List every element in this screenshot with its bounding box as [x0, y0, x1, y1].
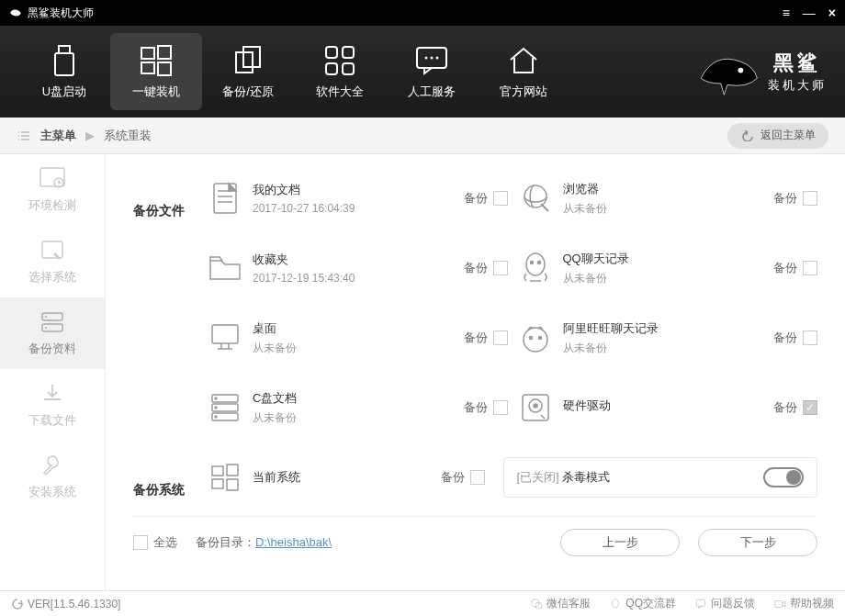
checkbox[interactable]: [470, 470, 485, 485]
svg-rect-29: [212, 325, 238, 343]
brand-logo: 黑鲨 装机大师: [694, 44, 827, 99]
sidebar-item-install[interactable]: 安装系统: [0, 441, 105, 512]
svg-point-31: [529, 337, 532, 340]
prev-button[interactable]: 上一步: [560, 529, 680, 556]
statusbar: VER[11.5.46.1330] 微信客服 QQ交流群 问题反馈 帮助视频: [0, 590, 845, 616]
svg-rect-8: [326, 47, 337, 58]
refresh-icon[interactable]: [11, 598, 24, 610]
sidebar-label: 备份资料: [28, 341, 76, 357]
breadcrumb-bar: 主菜单 ▶ 系统重装 返回主菜单: [0, 118, 845, 154]
back-button[interactable]: 返回主菜单: [727, 123, 828, 149]
kill-mode-toggle[interactable]: [763, 467, 804, 487]
crumb-main[interactable]: 主菜单: [40, 128, 76, 144]
sidebar-item-download[interactable]: 下载文件: [0, 369, 105, 441]
sidebar-item-select[interactable]: 选择系统: [0, 226, 105, 297]
status-qq[interactable]: QQ交流群: [609, 596, 676, 611]
item-sub: 从未备份: [253, 341, 434, 356]
status-feedback[interactable]: 问题反馈: [694, 596, 755, 611]
backup-label: 备份: [773, 399, 797, 416]
topnav-label: 备份/还原: [222, 84, 274, 100]
checkbox[interactable]: [803, 330, 817, 345]
status-wechat[interactable]: 微信客服: [530, 596, 591, 611]
svg-rect-2: [141, 48, 154, 59]
windows-icon: [197, 459, 253, 496]
svg-point-14: [431, 57, 434, 60]
folder-icon: [197, 250, 253, 286]
svg-rect-3: [158, 46, 171, 59]
main: 环境检测 选择系统 备份资料 下载文件 安装系统 备份文件 我的文档2017-: [0, 154, 845, 590]
svg-point-26: [526, 253, 545, 275]
copy-icon: [232, 43, 264, 78]
backup-label: 备份: [464, 190, 488, 207]
content: 备份文件 我的文档2017-10-27 16:04:39 备份 浏览器从未备份 …: [106, 154, 845, 590]
sidebar: 环境检测 选择系统 备份资料 下载文件 安装系统: [0, 154, 106, 590]
item-sub: 2017-12-19 15:43:40: [253, 272, 434, 285]
desktop-icon: [197, 319, 253, 356]
back-label: 返回主菜单: [760, 128, 816, 143]
svg-rect-0: [59, 46, 70, 53]
topnav-label: U盘启动: [42, 84, 86, 100]
topnav-reinstall[interactable]: 一键装机: [110, 33, 202, 110]
list-icon: [17, 129, 31, 142]
svg-point-13: [425, 57, 428, 60]
topnav-software[interactable]: 软件大全: [294, 33, 386, 110]
crumb-sub: 系统重装: [104, 128, 152, 144]
brand-big: 黑鲨: [773, 50, 821, 77]
sidebar-item-env[interactable]: 环境检测: [0, 154, 105, 226]
svg-point-22: [45, 316, 47, 318]
bottom-row: 全选 备份目录：D:\heisha\bak\ 上一步 下一步: [133, 516, 817, 567]
kill-mode-status: [已关闭]: [517, 470, 559, 484]
back-arrow-icon: [740, 130, 755, 141]
checkbox[interactable]: [803, 400, 817, 415]
item-sub: 从未备份: [563, 341, 745, 356]
svg-rect-11: [343, 63, 354, 74]
svg-rect-43: [227, 465, 238, 476]
server-icon: [197, 389, 253, 426]
sidebar-item-backup[interactable]: 备份资料: [0, 297, 105, 369]
item-name: 硬件驱动: [563, 398, 745, 414]
item-name: 我的文档: [253, 182, 434, 198]
item-name: C盘文档: [253, 390, 434, 407]
checkbox[interactable]: [493, 191, 508, 206]
next-button[interactable]: 下一步: [698, 529, 817, 556]
topnav-label: 官方网站: [500, 84, 547, 100]
checkbox[interactable]: [803, 191, 817, 206]
minimize-icon[interactable]: —: [803, 6, 816, 20]
close-icon[interactable]: ×: [828, 6, 836, 20]
backup-label: 备份: [464, 330, 488, 346]
chevron-right-icon: ▶: [85, 129, 95, 142]
topnav-backup[interactable]: 备份/还原: [202, 33, 294, 110]
sidebar-label: 环境检测: [28, 197, 76, 214]
topnav-website[interactable]: 官方网站: [478, 33, 569, 110]
item-name: QQ聊天记录: [563, 251, 745, 267]
checkbox[interactable]: [493, 330, 508, 345]
checkbox[interactable]: [493, 261, 508, 275]
download-icon: [39, 381, 66, 407]
shark-icon: [694, 44, 760, 99]
checkbox[interactable]: [803, 261, 817, 275]
select-all-checkbox[interactable]: [133, 535, 148, 550]
svg-rect-4: [141, 62, 154, 73]
svg-rect-44: [212, 479, 223, 488]
svg-point-38: [215, 416, 217, 418]
document-icon: [197, 180, 253, 217]
svg-point-25: [524, 185, 546, 207]
item-name: 桌面: [253, 320, 434, 337]
checkbox[interactable]: [493, 400, 508, 415]
menu-icon[interactable]: ≡: [783, 6, 790, 20]
qq-icon: [508, 250, 563, 286]
topnav: U盘启动 一键装机 备份/还原 软件大全 人工服务 官方网站 黑鲨 装机大: [0, 26, 845, 118]
status-help[interactable]: 帮助视频: [773, 596, 834, 611]
wangwang-icon: [508, 319, 563, 356]
topnav-service[interactable]: 人工服务: [386, 33, 478, 110]
backup-dir: 备份目录：D:\heisha\bak\: [196, 534, 542, 551]
home-icon: [507, 43, 540, 78]
topnav-label: 一键装机: [132, 84, 180, 100]
titlebar-title: 黑鲨装机大师: [9, 6, 94, 21]
svg-rect-1: [55, 53, 73, 75]
backup-dir-link[interactable]: D:\heisha\bak\: [255, 535, 332, 549]
svg-point-37: [215, 407, 217, 409]
env-check-icon: [39, 166, 66, 192]
topnav-usb[interactable]: U盘启动: [18, 33, 110, 110]
item-name: 当前系统: [253, 469, 411, 486]
